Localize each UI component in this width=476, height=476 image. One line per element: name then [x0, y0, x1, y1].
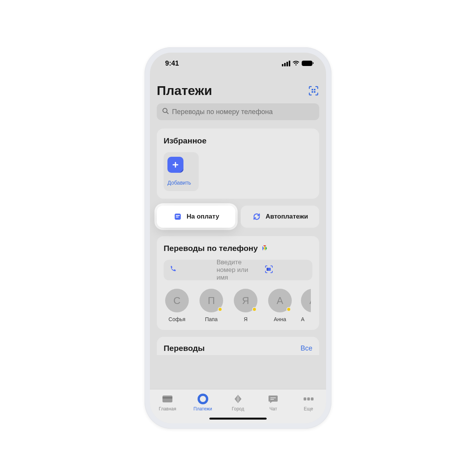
page-title: Платежи [157, 83, 212, 98]
svg-rect-22 [304, 397, 306, 400]
svg-rect-18 [162, 397, 172, 399]
tab-home[interactable]: Главная [150, 393, 185, 412]
svg-marker-13 [265, 246, 267, 251]
contact-name: Я [244, 316, 248, 322]
search-icon [162, 108, 169, 116]
pay-chip[interactable]: На оплату [157, 206, 235, 228]
status-bar: 9:41 [150, 53, 326, 74]
contact-avatar: А [301, 289, 311, 312]
action-chips: На оплату Автоплатежи [157, 206, 319, 228]
svg-rect-23 [307, 397, 310, 400]
svg-rect-17 [162, 396, 172, 402]
circle-icon [197, 393, 209, 405]
contact-avatar: П [199, 289, 223, 312]
repeat-icon [252, 212, 262, 222]
svg-rect-21 [270, 399, 274, 400]
svg-rect-24 [311, 397, 314, 400]
contact-item[interactable]: А А [301, 289, 311, 322]
phone-transfers-card: Переводы по телефону Введите номер или и… [157, 236, 319, 330]
contacts-row[interactable]: С Софья П Папа Я Я А Анна [164, 289, 312, 322]
favorites-title: Избранное [164, 136, 312, 145]
search-input[interactable]: Переводы по номеру телефона [157, 103, 319, 120]
tab-more-label: Еще [304, 406, 313, 412]
tab-home-label: Главная [159, 406, 176, 412]
card-icon [162, 393, 173, 405]
phone-input-placeholder: Введите номер или имя [217, 259, 260, 281]
tab-chat-label: Чат [269, 406, 277, 412]
contact-item[interactable]: Я Я [232, 289, 259, 322]
phone-frame: 9:41 Платежи [145, 47, 331, 429]
svg-rect-3 [314, 91, 315, 93]
contact-item[interactable]: П Папа [198, 289, 225, 322]
chat-icon [267, 393, 279, 405]
sbp-icon [261, 244, 269, 252]
contact-item[interactable]: С Софья [164, 289, 190, 322]
svg-rect-9 [176, 215, 180, 216]
svg-rect-16 [267, 268, 268, 271]
contact-avatar: С [165, 289, 189, 312]
phone-transfers-title-text: Переводы по телефону [164, 244, 258, 253]
contact-name: Софья [169, 316, 185, 322]
svg-rect-1 [314, 89, 315, 90]
status-dot-icon [286, 307, 291, 312]
contact-name: Анна [274, 316, 286, 322]
status-time: 9:41 [165, 60, 179, 68]
svg-rect-20 [270, 397, 276, 398]
contact-avatar: А [268, 289, 292, 312]
invoice-icon [173, 212, 183, 222]
contact-name: А [301, 316, 304, 322]
phone-screen: 9:41 Платежи [150, 53, 326, 423]
phone-number-input[interactable]: Введите номер или имя [164, 260, 312, 280]
transfers-card: Переводы Все [157, 337, 319, 355]
tab-city[interactable]: Город [220, 393, 256, 412]
qr-scan-button[interactable] [308, 85, 319, 96]
svg-rect-10 [176, 217, 178, 217]
svg-line-5 [167, 112, 168, 114]
svg-rect-0 [312, 89, 313, 90]
plus-sticker-icon [167, 157, 183, 173]
main-content: Платежи Переводы по номеру телефона [150, 74, 326, 389]
transfers-title: Переводы [164, 344, 205, 353]
page-header: Платежи [157, 83, 319, 98]
transfers-all-link[interactable]: Все [301, 344, 312, 352]
autopay-chip-label: Автоплатежи [265, 213, 308, 220]
favorites-card: Избранное Добавить [157, 129, 319, 199]
tab-payments-label: Платежи [193, 406, 212, 412]
grid-icon [303, 393, 314, 405]
favorites-add-label: Добавить [167, 180, 191, 186]
home-indicator[interactable] [209, 418, 267, 420]
svg-rect-2 [312, 91, 313, 93]
status-icons [282, 61, 312, 66]
cellular-signal-icon [282, 61, 290, 66]
search-placeholder: Переводы по номеру телефона [172, 108, 273, 116]
wifi-icon [293, 61, 299, 66]
contact-avatar: Я [234, 289, 257, 312]
svg-point-19 [199, 395, 207, 403]
svg-marker-11 [262, 246, 264, 251]
contact-item[interactable]: А Анна [267, 289, 293, 322]
tab-payments[interactable]: Платежи [185, 393, 220, 412]
status-dot-icon [218, 307, 222, 312]
phone-transfers-title: Переводы по телефону [164, 244, 312, 253]
pay-chip-label: На оплату [187, 213, 219, 220]
autopay-chip[interactable]: Автоплатежи [241, 206, 319, 228]
status-dot-icon [252, 307, 257, 312]
battery-icon [302, 61, 312, 66]
phone-icon [169, 265, 212, 275]
tab-chat[interactable]: Чат [256, 393, 291, 412]
tab-city-label: Город [232, 406, 244, 412]
card-scan-icon[interactable] [264, 264, 307, 276]
tab-more[interactable]: Еще [291, 393, 326, 412]
contact-name: Папа [205, 316, 217, 322]
diamond-icon [232, 393, 244, 405]
favorites-add-button[interactable]: Добавить [164, 152, 199, 191]
